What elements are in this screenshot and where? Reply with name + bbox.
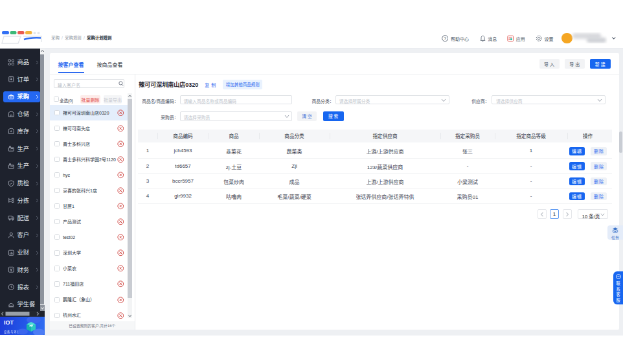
svg-text:?: ?: [444, 36, 446, 41]
